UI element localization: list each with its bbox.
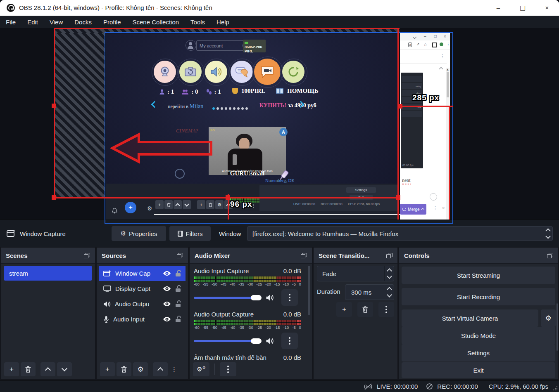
sources-dock-header[interactable]: Sources	[97, 248, 188, 264]
popout-icon[interactable]	[177, 253, 183, 258]
resize-handle-bottom[interactable]	[226, 195, 230, 200]
chat-icon[interactable]	[231, 61, 253, 83]
popout-icon[interactable]	[386, 253, 392, 258]
maximize-icon[interactable]: □	[519, 4, 527, 12]
window-select-combo[interactable]: [firefox.exe]: Welcome to Rumhaus — Mozi…	[247, 226, 553, 241]
scene-down-button[interactable]	[57, 362, 72, 376]
help-row[interactable]: ПОМОЩЬ	[276, 87, 319, 94]
exit-button[interactable]: Exit	[402, 362, 555, 378]
studio-mode-button[interactable]: Studio Mode	[402, 327, 555, 344]
popout-icon[interactable]	[547, 253, 553, 258]
advanced-audio-button[interactable]: ⚙⚙	[193, 362, 209, 376]
snapshot-camera-icon[interactable]	[179, 61, 202, 83]
resize-grip[interactable]	[553, 386, 557, 390]
transition-spinner-icon[interactable]	[384, 266, 394, 281]
video-player[interactable]: KV Ai cũng muốn được sống không lo toan	[209, 127, 286, 175]
videochat-icon[interactable]	[254, 59, 281, 85]
source-row-audio-output[interactable]: Audio Outpu	[99, 296, 186, 312]
visibility-eye-icon[interactable]	[163, 271, 171, 276]
merge-button[interactable]: Merge	[400, 204, 426, 215]
properties-button[interactable]: ⚙ Properties	[112, 226, 166, 241]
channel-options-button[interactable]	[281, 289, 298, 306]
lock-icon[interactable]	[175, 300, 181, 307]
transition-options-button[interactable]	[378, 302, 394, 317]
remove-scene-button[interactable]	[21, 362, 36, 376]
controls-dock-header[interactable]: Controls	[399, 248, 558, 264]
goto-room[interactable]: перейти в Milan	[168, 103, 203, 110]
resize-handle-bottom-right[interactable]	[396, 195, 400, 200]
preview-canvas[interactable]: My account × 35952.206 PIRL	[0, 28, 559, 220]
lock-icon[interactable]	[175, 270, 181, 277]
start-streaming-button[interactable]: Start Streaming	[402, 267, 555, 284]
webcam-icon[interactable]	[154, 61, 176, 83]
buy-row[interactable]: КУПИТЬ! за 4990 руб	[259, 102, 316, 109]
source-row-window-capture[interactable]: Window Cap	[99, 266, 186, 281]
transitions-dock-header[interactable]: Scene Transitio...	[314, 248, 397, 264]
add-transition-button[interactable]: +	[336, 302, 352, 317]
mute-speaker-icon[interactable]	[266, 294, 274, 301]
filters-button[interactable]: Filters	[169, 226, 211, 241]
source-properties-button[interactable]: ⚙	[133, 362, 148, 376]
transition-select[interactable]: Fade	[317, 266, 394, 281]
lock-icon[interactable]	[175, 316, 181, 323]
menu-profile[interactable]: Profile	[98, 19, 127, 26]
resize-handle-bottom-left[interactable]	[52, 195, 56, 200]
popout-icon[interactable]	[84, 253, 90, 258]
controls-scrollbar[interactable]	[557, 303, 558, 351]
visibility-eye-icon[interactable]	[163, 286, 171, 291]
menu-edit[interactable]: Edit	[21, 19, 44, 26]
mute-speaker-icon[interactable]	[266, 338, 274, 345]
volume-slider-handle[interactable]	[251, 295, 262, 300]
remove-transition-button[interactable]	[357, 302, 373, 317]
minimize-icon[interactable]: –	[494, 4, 502, 11]
volume-slider-handle[interactable]	[251, 338, 262, 344]
source-row-audio-input[interactable]: Audio Input	[99, 312, 186, 327]
popout-icon[interactable]	[301, 253, 307, 258]
resize-handle-right[interactable]	[398, 104, 402, 109]
add-scene-button[interactable]: +	[4, 362, 19, 376]
visibility-eye-icon[interactable]	[163, 301, 171, 307]
menu-scene-collection[interactable]: Scene Collection	[127, 19, 185, 26]
volume-slider[interactable]	[194, 340, 254, 342]
selection-border-left[interactable]	[54, 28, 55, 198]
duration-spinbox[interactable]: 300 ms	[345, 284, 394, 300]
visibility-eye-icon[interactable]	[163, 316, 171, 322]
scene-up-button[interactable]	[40, 362, 55, 376]
mixer-scrollbar[interactable]	[308, 266, 310, 358]
menu-view[interactable]: View	[44, 19, 69, 26]
volume-slider[interactable]	[194, 297, 254, 299]
goto-link[interactable]: Milan	[190, 103, 203, 109]
buy-link[interactable]: КУПИТЬ!	[259, 102, 286, 109]
carousel-dots[interactable]	[212, 104, 250, 111]
mixer-options-button[interactable]	[220, 362, 236, 376]
menu-docks[interactable]: Docks	[69, 19, 98, 26]
add-source-button[interactable]: +	[100, 362, 115, 376]
combo-spinner-icon[interactable]	[543, 227, 552, 241]
restart-icon[interactable]	[282, 61, 304, 83]
menu-file[interactable]: File	[0, 19, 21, 26]
source-row-display-capture[interactable]: Display Capt	[99, 281, 186, 296]
carousel-left-icon[interactable]	[151, 101, 158, 108]
scenes-dock-header[interactable]: Scenes	[1, 248, 95, 264]
selection-border-right[interactable]	[397, 28, 399, 220]
user-badge[interactable]: A	[279, 128, 288, 136]
scene-item-stream[interactable]: stream	[4, 266, 92, 281]
channel-options-button[interactable]	[281, 333, 298, 349]
crop-line-horizontal[interactable]	[399, 106, 453, 107]
close-icon[interactable]: ×	[543, 4, 551, 11]
virtual-camera-config-button[interactable]: ⚙	[541, 309, 556, 327]
menu-tools[interactable]: Tools	[185, 19, 211, 26]
crop-line-right[interactable]	[449, 106, 450, 220]
duration-spinner-icon[interactable]	[385, 285, 394, 300]
sound-icon[interactable]	[205, 61, 227, 83]
account-input[interactable]: My account ×	[196, 40, 247, 51]
settings-button[interactable]: Settings	[402, 344, 555, 361]
start-virtual-camera-button[interactable]: Start Virtual Camera	[402, 309, 538, 327]
resize-handle-left[interactable]	[52, 104, 56, 108]
start-recording-button[interactable]: Start Recording	[402, 288, 555, 305]
sources-more-icon[interactable]: ⋮	[169, 366, 177, 373]
mixer-dock-header[interactable]: Audio Mixer	[190, 248, 312, 264]
remove-source-button[interactable]	[117, 362, 131, 376]
timer-ring[interactable]	[175, 169, 185, 179]
menu-help[interactable]: Help	[211, 19, 235, 26]
